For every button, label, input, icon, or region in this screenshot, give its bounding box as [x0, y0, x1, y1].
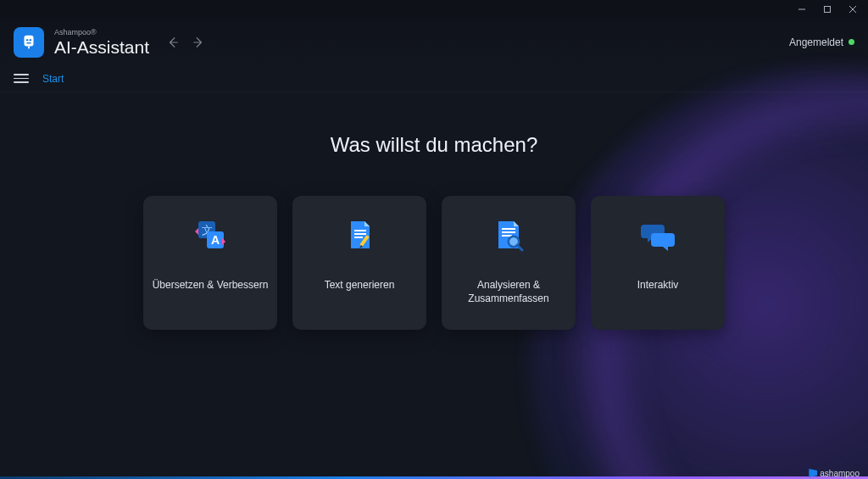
- footer-brand-label: ashampoo: [820, 469, 860, 478]
- minimize-icon: [798, 5, 806, 14]
- ai-head-icon: [19, 33, 38, 52]
- page-prompt: Was willst du machen?: [0, 133, 868, 157]
- svg-rect-15: [354, 230, 366, 231]
- card-label: Analysieren & Zusammenfassen: [442, 279, 576, 305]
- nav-forward-button[interactable]: [190, 34, 207, 51]
- breadcrumb-row: Start: [0, 65, 868, 92]
- card-analyze-summarize[interactable]: Analysieren & Zusammenfassen: [442, 196, 576, 330]
- app-logo: [14, 27, 44, 58]
- card-label: Text generieren: [316, 279, 403, 292]
- nav-arrows: [164, 34, 207, 51]
- window-close-button[interactable]: [843, 2, 863, 17]
- svg-marker-9: [195, 228, 198, 235]
- window-maximize-button[interactable]: [817, 2, 837, 17]
- brand-label: Ashampoo®: [54, 29, 149, 36]
- document-search-icon: [488, 216, 529, 257]
- svg-line-25: [517, 245, 522, 250]
- chat-icon: [637, 216, 678, 257]
- action-cards: 文 A Übersetzen & Verbessern: [0, 196, 868, 330]
- status-indicator-icon: [849, 39, 854, 45]
- footer: ashampoo: [0, 467, 868, 479]
- svg-rect-21: [502, 231, 515, 233]
- svg-rect-7: [26, 42, 31, 43]
- svg-text:A: A: [211, 233, 220, 247]
- svg-rect-4: [25, 35, 34, 46]
- app-header: Ashampoo® AI-Assistant Angemeldet: [0, 19, 868, 65]
- close-icon: [849, 5, 857, 14]
- card-text-generate[interactable]: Text generieren: [292, 196, 426, 330]
- card-translate-improve[interactable]: 文 A Übersetzen & Verbessern: [143, 196, 277, 330]
- card-label: Übersetzen & Verbessern: [144, 279, 277, 292]
- document-edit-icon: [339, 216, 380, 257]
- svg-rect-20: [502, 228, 515, 230]
- svg-point-6: [30, 39, 31, 41]
- translate-icon: 文 A: [190, 216, 231, 257]
- svg-rect-1: [825, 7, 831, 13]
- maximize-icon: [823, 5, 832, 14]
- window-titlebar: [0, 0, 868, 19]
- nav-back-button[interactable]: [164, 34, 181, 51]
- login-status-label: Angemeldet: [789, 36, 843, 48]
- menu-button[interactable]: [14, 71, 29, 86]
- ashampoo-flag-icon: [809, 469, 817, 477]
- breadcrumb-start[interactable]: Start: [42, 73, 64, 85]
- card-label: Interaktiv: [629, 279, 687, 292]
- window-minimize-button[interactable]: [792, 2, 812, 17]
- app-title-group: Ashampoo® AI-Assistant: [54, 29, 149, 56]
- svg-rect-17: [354, 237, 363, 238]
- card-interactive[interactable]: Interaktiv: [591, 196, 725, 330]
- main-content: Was willst du machen? 文 A Übersetzen & V…: [0, 92, 868, 330]
- login-status: Angemeldet: [789, 36, 854, 48]
- svg-rect-16: [354, 233, 366, 235]
- svg-rect-8: [28, 46, 30, 48]
- arrow-left-icon: [167, 36, 179, 48]
- arrow-right-icon: [192, 36, 204, 48]
- svg-point-5: [26, 39, 28, 41]
- app-title: AI-Assistant: [54, 38, 149, 56]
- footer-brand: ashampoo: [809, 469, 860, 478]
